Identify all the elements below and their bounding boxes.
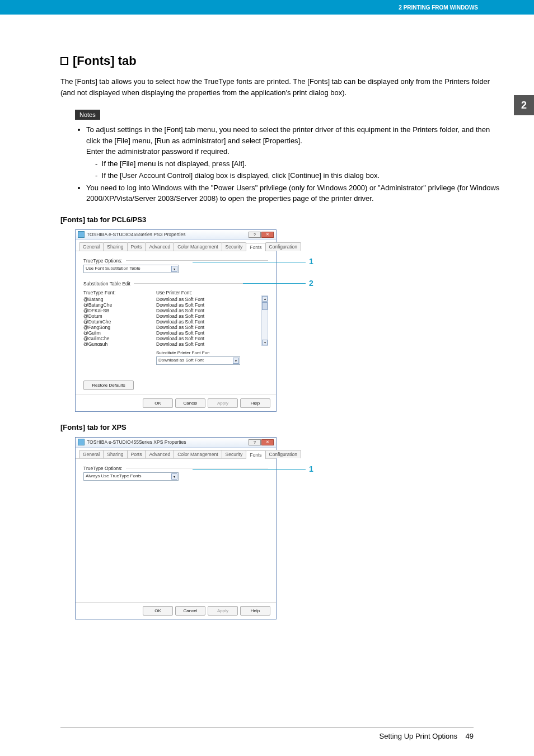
titlebar: TOSHIBA e-STUDIO455Series XPS Properties… (76, 438, 276, 448)
substitution-table: TrueType Font: Use Printer Font: @Batang… (83, 290, 268, 346)
help-button[interactable]: Help (240, 398, 270, 408)
tab-color-management[interactable]: Color Management (174, 450, 222, 458)
help-button-icon[interactable]: ? (249, 439, 261, 445)
truetype-group: TrueType Options: (83, 466, 268, 471)
cell: Download as Soft Font (156, 336, 240, 341)
tab-sharing[interactable]: Sharing (103, 242, 127, 251)
page-content: [Fonts] tab The [Fonts] tab allows you t… (0, 15, 534, 647)
table-row[interactable]: @BatangDownload as Soft Font (83, 297, 268, 302)
table-header: TrueType Font: Use Printer Font: (83, 290, 268, 295)
notes-list: To adjust settings in the [Font] tab men… (60, 124, 500, 204)
footer-label: Setting Up Print Options (380, 732, 457, 740)
truetype-options-dropdown[interactable]: Always Use TrueType Fonts ▾ (83, 472, 179, 481)
ok-button[interactable]: OK (143, 398, 173, 408)
table-row[interactable]: @GungsuhDownload as Soft Font (83, 341, 268, 346)
subheading-pcl6-ps3: [Fonts] tab for PCL6/PS3 (60, 215, 500, 224)
page-number: 49 (466, 732, 474, 740)
restore-defaults-button[interactable]: Restore Defaults (83, 381, 134, 390)
dialog-footer: OK Cancel Apply Help (76, 602, 276, 619)
tab-ports[interactable]: Ports (127, 242, 146, 251)
truetype-options-dropdown[interactable]: Use Font Substitution Table ▾ (83, 265, 179, 273)
tab-advanced[interactable]: Advanced (145, 450, 174, 458)
dialog-pcl6ps3-wrap: TOSHIBA e-STUDIO455Series PS3 Properties… (75, 229, 500, 412)
cell: @DFKai-SB (83, 308, 156, 313)
cell: @DotumChe (83, 319, 156, 325)
tab-strip: General Sharing Ports Advanced Color Man… (76, 448, 276, 459)
intro-paragraph: The [Fonts] tab allows you to select how… (60, 76, 500, 98)
cancel-button[interactable]: Cancel (175, 398, 205, 408)
subst-group: Substitution Table Edit (83, 281, 268, 287)
title-text: [Fonts] tab (73, 54, 137, 68)
tab-advanced[interactable]: Advanced (145, 242, 174, 251)
truetype-label: TrueType Options: (83, 466, 123, 471)
apply-button[interactable]: Apply (208, 606, 238, 616)
note-sub-item: If the [User Account Control] dialog box… (95, 170, 500, 181)
cell: @BatangChe (83, 302, 156, 308)
dialog-xps-wrap: TOSHIBA e-STUDIO455Series XPS Properties… (75, 437, 500, 619)
table-row[interactable]: @GulimCheDownload as Soft Font (83, 336, 268, 341)
divider (126, 260, 268, 261)
scroll-thumb[interactable] (262, 302, 268, 310)
notes-badge: Notes (75, 110, 100, 120)
tab-security[interactable]: Security (222, 450, 247, 458)
substitute-font-dropdown[interactable]: Download as Soft Font ▾ (156, 356, 240, 365)
app-icon (78, 231, 85, 238)
header-section: 2 PRINTING FROM WINDOWS (399, 4, 478, 11)
square-bullet-icon (60, 57, 68, 65)
table-row[interactable]: @FangSongDownload as Soft Font (83, 325, 268, 330)
substitute-for-label: Substitute Printer Font For: (156, 350, 268, 355)
table-row[interactable]: @DotumCheDownload as Soft Font (83, 319, 268, 325)
cell: @Gulim (83, 330, 156, 336)
tab-ports[interactable]: Ports (127, 450, 146, 458)
close-icon[interactable]: ✕ (261, 232, 274, 238)
window-buttons: ? ✕ (249, 439, 274, 445)
apply-button[interactable]: Apply (208, 398, 238, 408)
cell: @Dotum (83, 313, 156, 319)
chevron-down-icon: ▾ (233, 358, 239, 364)
tab-configuration[interactable]: Configuration (265, 450, 302, 458)
tab-configuration[interactable]: Configuration (265, 242, 302, 251)
chevron-down-icon: ▾ (171, 473, 177, 480)
tab-strip: General Sharing Ports Advanced Color Man… (76, 240, 276, 251)
window-buttons: ? ✕ (249, 232, 274, 238)
table-row[interactable]: @DotumDownload as Soft Font (83, 313, 268, 319)
page-header: 2 PRINTING FROM WINDOWS (0, 0, 534, 15)
scroll-down-icon[interactable]: ▾ (262, 340, 268, 345)
tab-color-management[interactable]: Color Management (174, 242, 222, 251)
properties-dialog: TOSHIBA e-STUDIO455Series XPS Properties… (75, 437, 277, 619)
scroll-up-icon[interactable]: ▴ (262, 296, 268, 302)
cell: Download as Soft Font (156, 313, 240, 319)
callout-1: 1 (309, 257, 313, 266)
callout-line (193, 262, 306, 262)
callout-line (193, 469, 306, 470)
dialog-title: TOSHIBA e-STUDIO455Series XPS Properties (87, 439, 249, 445)
tab-fonts[interactable]: Fonts (246, 450, 265, 459)
help-button[interactable]: Help (240, 606, 270, 616)
tab-security[interactable]: Security (222, 242, 247, 251)
scrollbar[interactable]: ▴ ▾ (261, 295, 268, 346)
dropdown-value: Always Use TrueType Fonts (86, 473, 142, 478)
page-footer: Setting Up Print Options 49 (0, 727, 534, 740)
cell: @Gungsuh (83, 341, 156, 346)
cell: Download as Soft Font (156, 330, 240, 336)
col-printerfont: Use Printer Font: (156, 290, 240, 295)
cancel-button[interactable]: Cancel (175, 606, 205, 616)
table-row[interactable]: @BatangCheDownload as Soft Font (83, 302, 268, 308)
col-truetype: TrueType Font: (83, 290, 156, 295)
tab-fonts[interactable]: Fonts (246, 243, 265, 251)
footer-rule (60, 727, 474, 727)
tab-sharing[interactable]: Sharing (103, 450, 127, 458)
cell: Download as Soft Font (156, 325, 240, 330)
table-row[interactable]: @DFKai-SBDownload as Soft Font (83, 308, 268, 313)
tab-general[interactable]: General (79, 242, 104, 251)
close-icon[interactable]: ✕ (261, 439, 274, 445)
chapter-tab: 2 (514, 95, 534, 115)
ok-button[interactable]: OK (143, 606, 173, 616)
font-list[interactable]: @BatangDownload as Soft Font @BatangCheD… (83, 295, 268, 346)
tab-general[interactable]: General (79, 450, 104, 458)
dropdown-value: Download as Soft Font (158, 358, 204, 363)
help-button-icon[interactable]: ? (249, 232, 261, 238)
dialog-footer: OK Cancel Apply Help (76, 395, 276, 411)
truetype-label: TrueType Options: (83, 258, 123, 264)
table-row[interactable]: @GulimDownload as Soft Font (83, 330, 268, 336)
